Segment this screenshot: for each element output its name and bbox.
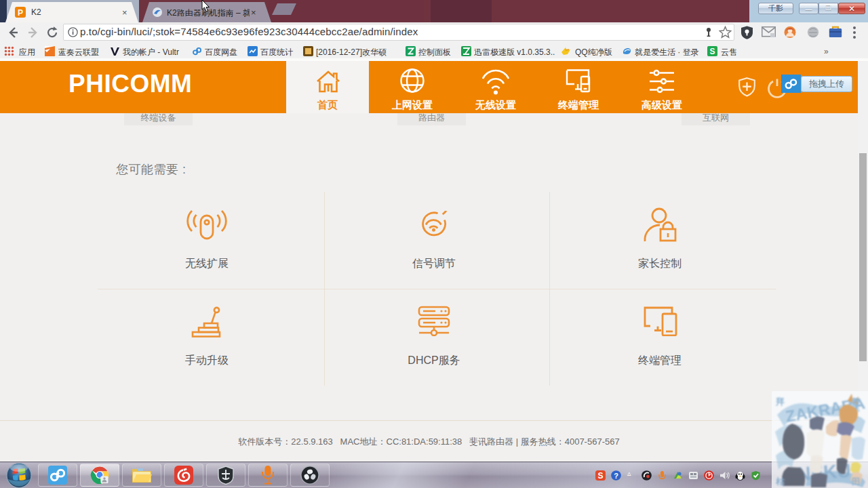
- svg-text:田: 田: [852, 476, 861, 487]
- svg-text:拜: 拜: [775, 396, 785, 407]
- svg-text:枯: 枯: [775, 476, 785, 487]
- svg-text:教: 教: [851, 396, 861, 407]
- svg-text:S: S: [597, 471, 603, 481]
- svg-text:S: S: [709, 47, 715, 56]
- svg-text:P: P: [18, 8, 23, 18]
- svg-text:?: ?: [614, 472, 618, 480]
